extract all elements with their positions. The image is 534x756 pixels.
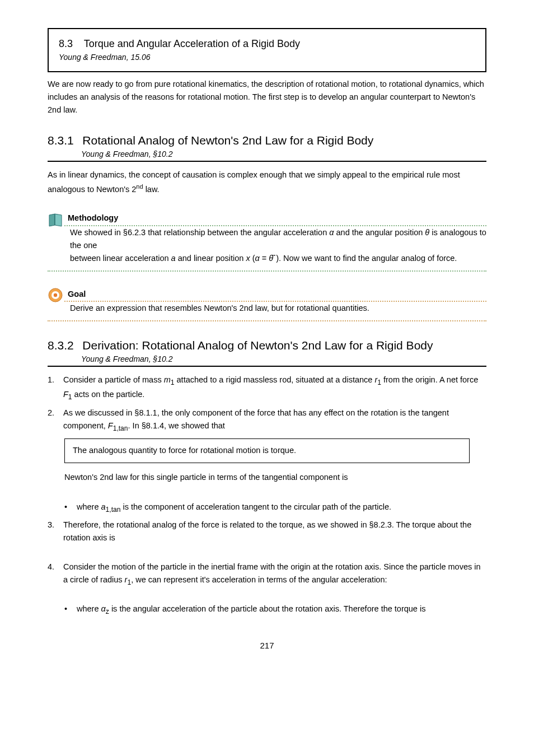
subsection-heading-2: 8.3.2 Derivation: Rotational Analog of N… <box>48 337 486 367</box>
goal-row: Goal <box>48 282 486 298</box>
section-title: Torque and Angular Acceleration of a Rig… <box>84 38 300 49</box>
quote-box: The analogous quantity to force for rota… <box>64 438 470 463</box>
subsection-subtitle: Young & Freedman, §10.2 <box>81 149 486 160</box>
methodology-row: Methodology <box>48 206 486 223</box>
subsection-lead-text: As in linear dynamics, the concept of ca… <box>48 169 486 195</box>
step-2: 2. As we discussed in §8.1.1, the only c… <box>48 407 486 434</box>
subsection-title-2: Derivation: Rotational Analog of Newton'… <box>82 339 433 352</box>
dotted-rule-orange <box>64 301 486 302</box>
subsection-8-3-1: 8.3.1 Rotational Analog of Newton's 2nd … <box>48 132 486 321</box>
page-number: 217 <box>48 640 486 651</box>
goal-text: Derive an expression that resembles Newt… <box>48 302 486 315</box>
goal-label: Goal <box>68 288 86 300</box>
book-icon <box>48 212 63 227</box>
svg-point-2 <box>54 293 57 297</box>
subsection-number-2: 8.3.2 <box>48 339 74 352</box>
subsection-number: 8.3.1 <box>48 134 74 147</box>
bullet-a: • where a1,tan is the component of accel… <box>64 501 486 515</box>
methodology-label: Methodology <box>68 212 118 223</box>
intro-paragraph: We are now ready to go from pure rotatio… <box>48 78 486 117</box>
step-3: 3. Therefore, the rotational analog of t… <box>48 519 486 544</box>
step-4: 4. Consider the motion of the particle i… <box>48 561 486 588</box>
methodology-text: We showed in §6.2.3 that relationship be… <box>48 226 486 265</box>
subsection-subtitle-2: Young & Freedman, §10.2 <box>81 354 486 365</box>
subsection-heading: 8.3.1 Rotational Analog of Newton's 2nd … <box>48 132 486 162</box>
section-header-box: 8.3 Torque and Angular Acceleration of a… <box>48 28 486 72</box>
dotted-rule-green <box>64 225 486 226</box>
target-icon <box>48 287 63 303</box>
bullet-b: • where αz is the angular acceleration o… <box>64 603 486 617</box>
dotted-rule-green-bottom <box>48 270 486 272</box>
step-1: 1. Consider a particle of mass m1 attach… <box>48 374 486 403</box>
subsection-title: Rotational Analog of Newton's 2nd Law fo… <box>82 134 373 147</box>
section-header-line: 8.3 Torque and Angular Acceleration of a… <box>59 37 475 51</box>
after-quote-text: Newton's 2nd law for this single particl… <box>64 471 486 484</box>
dotted-rule-orange-bottom <box>48 320 486 321</box>
section-subtitle: Young & Freedman, 15.06 <box>59 52 475 63</box>
section-number: 8.3 <box>59 38 73 49</box>
subsection-8-3-2: 8.3.2 Derivation: Rotational Analog of N… <box>48 337 486 617</box>
